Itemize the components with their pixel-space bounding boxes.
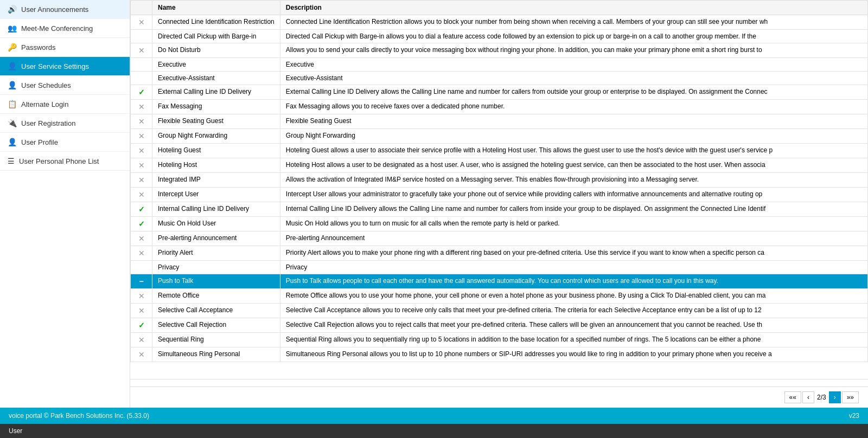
table-row[interactable]: ✕Do Not DisturbAllows you to send your c…	[131, 43, 868, 58]
table-row[interactable]: ✕Pre-alerting AnnouncementPre-alerting A…	[131, 231, 868, 246]
service-name-cell: Connected Line Identification Restrictio…	[152, 15, 280, 30]
service-desc-cell: Fax Messaging allows you to receive faxe…	[280, 100, 867, 114]
service-name-cell: Push to Talk	[152, 274, 280, 289]
pagination-prev[interactable]: ‹	[802, 391, 814, 403]
sidebar-item-passwords[interactable]: 🔑 Passwords	[0, 38, 130, 57]
service-name-cell: Selective Call Rejection	[152, 318, 280, 333]
status-cell: ✕	[131, 129, 152, 144]
x-icon: ✕	[138, 350, 145, 359]
service-desc-cell: Simultaneous Ring Personal allows you to…	[280, 347, 867, 362]
pagination-last[interactable]: »»	[842, 391, 859, 403]
service-name-cell: Privacy	[152, 261, 280, 274]
speaker-icon: 🔊	[8, 5, 17, 14]
table-row[interactable]: ✓Internal Calling Line ID DeliveryIntern…	[131, 202, 868, 217]
x-icon: ✕	[138, 18, 145, 27]
sidebar-item-label: User Registration	[21, 119, 75, 127]
table-row[interactable]: ✕Group Night ForwardingGroup Night Forwa…	[131, 129, 868, 144]
service-name-cell: Executive-Assistant	[152, 72, 280, 85]
status-cell	[131, 72, 152, 85]
status-cell: ✕	[131, 100, 152, 114]
sidebar: 🔊 User Announcements 👥 Meet-Me Conferenc…	[0, 0, 130, 408]
service-name-cell: Directed Call Pickup with Barge-in	[152, 30, 280, 43]
table-row[interactable]: Directed Call Pickup with Barge-inDirect…	[131, 30, 868, 43]
table-row[interactable]: ✕Selective Call AcceptanceSelective Call…	[131, 304, 868, 318]
table-row[interactable]: ✕Simultaneous Ring PersonalSimultaneous …	[131, 347, 868, 362]
table-row[interactable]: ✕Integrated IMPAllows the activation of …	[131, 173, 868, 188]
table-row[interactable]: Executive-AssistantExecutive-Assistant	[131, 72, 868, 85]
sidebar-item-user-personal-phone-list[interactable]: ☰ User Personal Phone List	[0, 152, 130, 171]
schedules-icon: 👤	[8, 81, 17, 89]
status-cell	[131, 261, 152, 274]
status-user-label: User	[9, 427, 22, 435]
service-desc-cell: Remote Office allows you to use your hom…	[280, 289, 867, 304]
sidebar-item-label: User Announcements	[21, 5, 88, 14]
sidebar-item-meet-me-conferencing[interactable]: 👥 Meet-Me Conferencing	[0, 19, 130, 38]
x-icon: ✕	[138, 46, 145, 55]
sidebar-item-user-registration[interactable]: 🔌 User Registration	[0, 114, 130, 133]
status-cell: ✕	[131, 144, 152, 158]
check-icon: ✓	[138, 88, 145, 96]
table-row[interactable]: ✕Hoteling HostHoteling Host allows a use…	[131, 158, 868, 173]
x-icon: ✕	[138, 146, 145, 155]
service-desc-cell: Privacy	[280, 261, 867, 274]
table-row[interactable]: ✕Flexible Seating GuestFlexible Seating …	[131, 114, 868, 129]
service-name-cell: Do Not Disturb	[152, 43, 280, 58]
service-desc-cell: Directed Call Pickup with Barge-in allow…	[280, 30, 867, 43]
status-cell: ✓	[131, 85, 152, 100]
sidebar-item-alternate-login[interactable]: 📋 Alternate Login	[0, 95, 130, 114]
service-desc-cell: Music On Hold allows you to turn on musi…	[280, 217, 867, 231]
table-row[interactable]: −Push to TalkPush to Talk allows people …	[131, 274, 868, 289]
horizontal-scrollbar[interactable]	[130, 379, 868, 387]
footer: voice portal © Park Bench Solutions Inc.…	[0, 408, 868, 424]
table-row[interactable]: ✕Connected Line Identification Restricti…	[131, 15, 868, 30]
service-name-cell: Flexible Seating Guest	[152, 114, 280, 129]
table-row[interactable]: ✓Music On Hold UserMusic On Hold allows …	[131, 217, 868, 231]
service-desc-cell: Allows the activation of Integrated IM&P…	[280, 173, 867, 188]
table-wrapper[interactable]: Name Description ✕Connected Line Identif…	[130, 0, 868, 379]
sidebar-item-user-profile[interactable]: 👤 User Profile	[0, 133, 130, 152]
sidebar-item-user-announcements[interactable]: 🔊 User Announcements	[0, 0, 130, 19]
sidebar-item-label: Meet-Me Conferencing	[21, 24, 93, 33]
check-icon: ✓	[138, 220, 145, 228]
x-icon: ✕	[138, 176, 145, 184]
table-row[interactable]: ✓Selective Call RejectionSelective Call …	[131, 318, 868, 333]
service-name-cell: Intercept User	[152, 188, 280, 202]
status-cell: ✕	[131, 347, 152, 362]
sidebar-item-user-service-settings[interactable]: 👤 User Service Settings	[0, 57, 130, 76]
service-name-cell: Hoteling Host	[152, 158, 280, 173]
service-name-cell: External Calling Line ID Delivery	[152, 85, 280, 100]
table-row[interactable]: ✕Remote OfficeRemote Office allows you t…	[131, 289, 868, 304]
sidebar-item-user-schedules[interactable]: 👤 User Schedules	[0, 76, 130, 95]
service-desc-cell: Push to Talk allows people to call each …	[280, 274, 867, 289]
footer-text: voice portal © Park Bench Solutions Inc.…	[9, 412, 149, 420]
pagination-info: 2/3	[817, 394, 826, 401]
table-row[interactable]: PrivacyPrivacy	[131, 261, 868, 274]
main-content: Name Description ✕Connected Line Identif…	[130, 0, 868, 408]
col-status	[131, 1, 152, 15]
table-row[interactable]: ExecutiveExecutive	[131, 58, 868, 72]
service-name-cell: Music On Hold User	[152, 217, 280, 231]
table-row[interactable]: ✕Priority AlertPriority Alert allows you…	[131, 246, 868, 261]
status-cell	[131, 30, 152, 43]
table-row[interactable]: ✕Intercept UserIntercept User allows you…	[131, 188, 868, 202]
profile-icon: 👤	[8, 138, 17, 146]
service-desc-cell: Flexible Seating Guest	[280, 114, 867, 129]
key-icon: 🔑	[8, 43, 17, 51]
x-icon: ✕	[138, 161, 145, 170]
pagination-first[interactable]: ««	[784, 391, 801, 403]
service-desc-cell: Executive-Assistant	[280, 72, 867, 85]
status-cell: ✕	[131, 43, 152, 58]
footer-version: v23	[849, 412, 859, 420]
table-row[interactable]: ✕Fax MessagingFax Messaging allows you t…	[131, 100, 868, 114]
table-row[interactable]: ✕Sequential RingSequential Ring allows y…	[131, 333, 868, 347]
pagination-next[interactable]: ›	[829, 391, 841, 403]
status-cell: ✕	[131, 15, 152, 30]
check-icon: ✓	[138, 321, 145, 330]
table-row[interactable]: ✓External Calling Line ID DeliveryExtern…	[131, 85, 868, 100]
service-desc-cell: Sequential Ring allows you to sequential…	[280, 333, 867, 347]
service-desc-cell: External Calling Line ID Delivery allows…	[280, 85, 867, 100]
service-name-cell: Selective Call Acceptance	[152, 304, 280, 318]
service-desc-cell: Group Night Forwarding	[280, 129, 867, 144]
status-cell: ✕	[131, 173, 152, 188]
table-row[interactable]: ✕Hoteling GuestHoteling Guest allows a u…	[131, 144, 868, 158]
